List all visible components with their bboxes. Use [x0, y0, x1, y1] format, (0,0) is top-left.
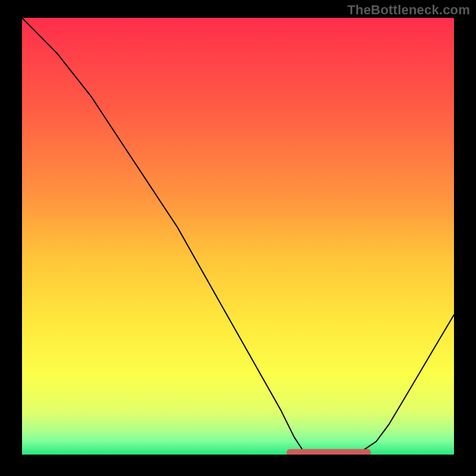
watermark-text: TheBottleneck.com: [347, 2, 470, 18]
chart-frame: TheBottleneck.com: [0, 0, 476, 476]
chart-svg: [22, 18, 454, 455]
gradient-rect: [22, 18, 454, 455]
plot-area: [22, 18, 454, 455]
